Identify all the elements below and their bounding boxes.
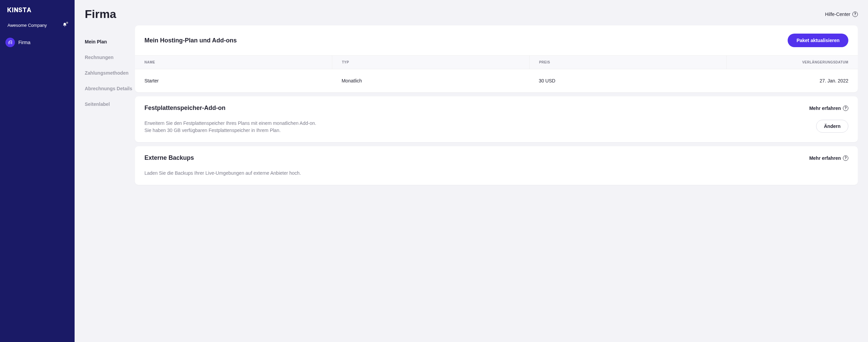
main-content: Firma Hilfe-Center ? Mein Plan Rechnunge…	[75, 0, 868, 342]
card-title-backups: Externe Backups	[144, 154, 194, 162]
change-disk-button[interactable]: Ändern	[816, 120, 848, 133]
subnav-payment-methods[interactable]: Zahlungsmethoden	[85, 67, 135, 79]
cell-price: 30 USD	[529, 69, 726, 92]
learn-more-label: Mehr erfahren	[809, 106, 841, 111]
card-title-disk: Festplattenspeicher-Add-on	[144, 104, 225, 112]
brand-logo[interactable]	[0, 6, 75, 13]
cell-renewal: 27. Jan. 2022	[726, 69, 858, 92]
update-plan-button[interactable]: Paket aktualisieren	[788, 34, 848, 47]
notification-dot-icon	[66, 22, 68, 24]
backups-desc: Laden Sie die Backups Ihrer Live-Umgebun…	[144, 170, 848, 177]
backups-learn-more-link[interactable]: Mehr erfahren ?	[809, 155, 848, 161]
question-circle-icon: ?	[852, 12, 858, 17]
sidebar-item-company[interactable]: Firma	[0, 34, 75, 51]
subnav-my-plan[interactable]: Mein Plan	[85, 36, 135, 48]
col-renewal: VERLÄNGERUNGSDATUM	[726, 56, 858, 69]
content-area: Mein Hosting-Plan und Add-ons Paket aktu…	[135, 25, 868, 342]
disk-learn-more-link[interactable]: Mehr erfahren ?	[809, 106, 848, 111]
sidebar-item-label: Firma	[18, 40, 31, 45]
col-price: PREIS	[529, 56, 726, 69]
subnav-site-label[interactable]: Seitenlabel	[85, 98, 135, 110]
company-row: Awesome Company	[0, 22, 75, 30]
page-title: Firma	[85, 7, 116, 21]
subnav: Mein Plan Rechnungen Zahlungsmethoden Ab…	[75, 25, 135, 342]
col-name: NAME	[135, 56, 332, 69]
help-center-label: Hilfe-Center	[825, 12, 850, 17]
subnav-billing-details[interactable]: Abrechnungs Details	[85, 82, 135, 95]
col-type: TYP	[332, 56, 529, 69]
table-header: NAME TYP PREIS VERLÄNGERUNGSDATUM	[135, 55, 858, 69]
help-center-link[interactable]: Hilfe-Center ?	[825, 12, 858, 17]
notification-bell[interactable]	[62, 22, 67, 28]
question-circle-icon: ?	[843, 106, 848, 111]
card-title-hosting: Mein Hosting-Plan und Add-ons	[144, 37, 237, 44]
plan-table: NAME TYP PREIS VERLÄNGERUNGSDATUM Starte…	[135, 55, 858, 92]
cell-type: Monatlich	[332, 69, 529, 92]
cell-name: Starter	[135, 69, 332, 92]
sidebar: Awesome Company Firma	[0, 0, 75, 342]
subnav-invoices[interactable]: Rechnungen	[85, 51, 135, 63]
table-row: Starter Monatlich 30 USD 27. Jan. 2022	[135, 69, 858, 92]
external-backups-card: Externe Backups Mehr erfahren ? Laden Si…	[135, 146, 858, 185]
disk-desc-line1: Erweitern Sie den Festplattenspeicher Ih…	[144, 120, 316, 127]
hosting-plan-card: Mein Hosting-Plan und Add-ons Paket aktu…	[135, 25, 858, 92]
disk-description: Erweitern Sie den Festplattenspeicher Ih…	[144, 120, 316, 134]
company-name: Awesome Company	[7, 23, 47, 28]
company-icon	[5, 38, 15, 47]
header: Firma Hilfe-Center ?	[75, 0, 868, 25]
question-circle-icon: ?	[843, 155, 848, 161]
disk-desc-line2: Sie haben 30 GB verfügbaren Festplattens…	[144, 127, 316, 134]
learn-more-label: Mehr erfahren	[809, 155, 841, 161]
disk-addon-card: Festplattenspeicher-Add-on Mehr erfahren…	[135, 96, 858, 142]
